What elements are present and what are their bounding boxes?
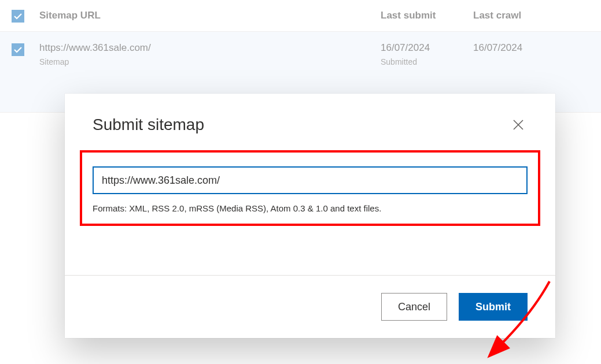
row-crawl-date: 16/07/2024 xyxy=(473,42,589,54)
dialog-header: Submit sitemap xyxy=(65,94,555,134)
sitemap-url-input[interactable] xyxy=(93,166,528,194)
submit-button[interactable]: Submit xyxy=(459,293,528,321)
formats-hint: Formats: XML, RSS 2.0, mRSS (Media RSS),… xyxy=(93,203,528,213)
col-header-crawl[interactable]: Last crawl xyxy=(473,10,589,21)
cancel-button[interactable]: Cancel xyxy=(381,293,447,321)
row-submit-status: Submitted xyxy=(381,57,473,66)
row-type: Sitemap xyxy=(39,57,381,66)
dialog-footer: Cancel Submit xyxy=(65,275,555,338)
submit-sitemap-dialog: Submit sitemap Formats: XML, RSS 2.0, mR… xyxy=(65,94,555,338)
dialog-body: Formats: XML, RSS 2.0, mRSS (Media RSS),… xyxy=(65,134,555,275)
table-header-row: Sitemap URL Last submit Last crawl xyxy=(0,0,601,32)
row-checkbox[interactable] xyxy=(12,43,24,56)
row-url: https://www.361sale.com/ xyxy=(39,42,381,54)
col-header-submit[interactable]: Last submit xyxy=(381,10,473,21)
dialog-title: Submit sitemap xyxy=(93,116,204,134)
close-icon xyxy=(513,120,523,130)
select-all-checkbox[interactable] xyxy=(12,10,24,23)
row-submit-date: 16/07/2024 xyxy=(381,42,473,54)
annotation-highlight: Formats: XML, RSS 2.0, mRSS (Media RSS),… xyxy=(80,150,540,226)
close-button[interactable] xyxy=(509,116,528,134)
col-header-url[interactable]: Sitemap URL xyxy=(39,10,381,21)
